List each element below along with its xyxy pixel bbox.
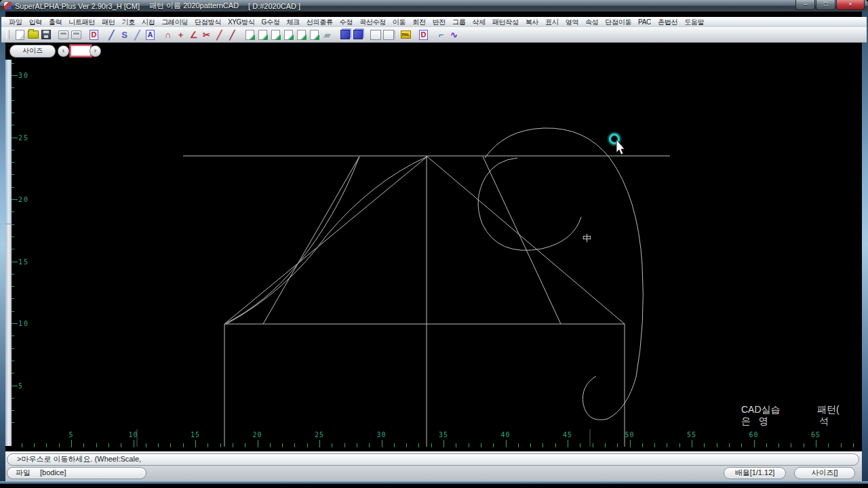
multiline-icon-glyph: ∿ (450, 30, 458, 40)
needle-tool-icon[interactable]: ╱ (226, 29, 239, 41)
point-tool-icon-glyph: + (178, 30, 184, 40)
sheet-pair-icon[interactable] (382, 29, 395, 41)
canvas-stage: 302520151055101520253035404550556065中CAD… (0, 0, 868, 488)
menu-item-28[interactable]: 도움말 (681, 18, 707, 27)
angle-tool-icon-glyph: ∠ (190, 30, 198, 40)
menu-item-15[interactable]: 이동 (389, 18, 409, 27)
size-input[interactable] (70, 45, 92, 57)
menu-item-2[interactable]: 출력 (45, 18, 65, 27)
plot-preview-icon[interactable] (57, 29, 70, 41)
application-window: SuperALPHA:Plus Ver 2.90r3_H [CM] 패턴 이름 … (0, 0, 868, 488)
scale-indicator[interactable]: 배율[1/1.12] (724, 467, 786, 479)
copy-page-icon[interactable] (338, 29, 351, 41)
canvas-text-label: 中 (583, 233, 591, 243)
open-folder-icon-glyph (28, 30, 39, 39)
awl-tool-icon[interactable]: ╱ (213, 29, 226, 41)
size-prev-button[interactable]: ‹ (58, 45, 69, 57)
file-indicator[interactable]: 파일[bodice] (7, 467, 146, 479)
canvas-text-label: CAD실습 (741, 405, 781, 415)
text-tool-icon[interactable]: A (144, 29, 157, 41)
vertical-scrollbar[interactable] (5, 60, 12, 446)
pattern-line (224, 157, 427, 324)
arc-tool-icon[interactable]: ∩ (161, 29, 174, 41)
menu-bar: 파일입력출력니트패턴패턴기호시접그레이딩단점방식XYG방식G수정체크선의종류수정… (1, 17, 867, 27)
menu-item-20[interactable]: 패턴작성 (489, 18, 522, 27)
copy-multi-icon[interactable] (351, 29, 364, 41)
maximize-button[interactable]: □ (816, 0, 835, 10)
plotter-icon[interactable] (70, 29, 83, 41)
file-label: 파일 (16, 468, 31, 476)
save-icon[interactable] (39, 29, 52, 41)
menu-item-12[interactable]: 선의종류 (303, 18, 336, 27)
tab-size[interactable]: 사이즈 (9, 45, 56, 58)
menu-item-7[interactable]: 그레이딩 (158, 18, 191, 27)
polyline-icon[interactable]: ⌐ (435, 29, 448, 41)
menu-item-10[interactable]: G수정 (258, 18, 283, 27)
menu-item-4[interactable]: 패턴 (98, 18, 118, 27)
menu-item-13[interactable]: 수정 (336, 18, 356, 27)
menu-item-8[interactable]: 단점방식 (191, 18, 224, 27)
blank-sheet-icon-glyph (370, 30, 381, 40)
pal-icon[interactable]: PAL (399, 29, 412, 41)
eraser-icon[interactable]: ▰ (321, 29, 334, 41)
pattern-fold-icon[interactable] (269, 29, 282, 41)
open-folder-icon[interactable] (26, 29, 39, 41)
angle-tool-icon[interactable]: ∠ (187, 29, 200, 41)
menu-item-17[interactable]: 반전 (429, 18, 449, 27)
window-controls: – □ × (795, 0, 865, 10)
menu-item-24[interactable]: 속성 (582, 18, 601, 27)
window-border-right (862, 5, 868, 484)
pattern-flip-icon[interactable] (308, 29, 321, 41)
pattern-move-icon[interactable] (295, 29, 308, 41)
menu-item-16[interactable]: 회전 (409, 18, 429, 27)
toolbar-grip[interactable] (6, 30, 9, 39)
scissors-tool-icon-glyph: ✂ (203, 30, 210, 40)
menu-item-6[interactable]: 시접 (138, 18, 158, 27)
point-tool-icon[interactable]: + (174, 29, 187, 41)
curve-tool-icon-glyph: S (121, 30, 127, 40)
canvas-text-label: 패턴( (817, 405, 840, 415)
menu-item-14[interactable]: 곡선수정 (356, 18, 389, 27)
multiline-icon[interactable]: ∿ (448, 29, 460, 41)
menu-item-22[interactable]: 표시 (542, 18, 561, 27)
close-button[interactable]: × (836, 0, 865, 10)
scrollbar-thumb[interactable] (5, 60, 12, 224)
scissors-tool-icon[interactable]: ✂ (200, 29, 213, 41)
text-tool-icon-glyph: A (146, 30, 155, 40)
menu-item-25[interactable]: 단점이동 (601, 18, 635, 27)
window-border-bottom (0, 481, 868, 484)
pattern-rotate-icon[interactable] (282, 29, 295, 41)
pattern-cut-icon[interactable] (243, 29, 256, 41)
diagonal-tool-icon[interactable]: ╱ (131, 29, 144, 41)
menu-item-1[interactable]: 입력 (25, 18, 45, 27)
menu-item-5[interactable]: 기호 (118, 18, 138, 27)
size-tab-row: 사이즈 ‹ › (5, 42, 862, 60)
menu-item-18[interactable]: 그룹 (449, 18, 469, 27)
curve-tool-icon[interactable]: S (118, 29, 131, 41)
new-file-icon[interactable] (14, 29, 26, 41)
size-next-button[interactable]: › (90, 45, 101, 57)
menu-item-23[interactable]: 영역 (561, 18, 581, 27)
canvas-text-label: 석 (819, 416, 829, 426)
plotter-icon-glyph (71, 30, 81, 39)
awl-tool-icon-glyph: ╱ (217, 30, 222, 40)
pattern-doc-icon[interactable]: D (87, 29, 100, 41)
doc-export-icon[interactable]: D (417, 29, 430, 41)
blank-sheet-icon[interactable] (369, 29, 382, 41)
menu-item-26[interactable]: PAC (635, 18, 654, 26)
minimize-button[interactable]: – (795, 0, 815, 10)
menu-item-19[interactable]: 삭제 (469, 18, 488, 27)
menu-item-27[interactable]: 촌법선 (654, 18, 681, 27)
size-indicator[interactable]: 사이즈[] (794, 467, 855, 479)
menu-item-3[interactable]: 니트패턴 (65, 18, 98, 27)
menu-item-21[interactable]: 복사 (522, 18, 542, 27)
line-tool-icon[interactable]: ╱ (105, 29, 118, 41)
menu-item-9[interactable]: XYG방식 (224, 18, 258, 27)
menu-item-0[interactable]: 파일 (5, 18, 25, 27)
menu-item-11[interactable]: 체크 (283, 18, 302, 27)
pattern-join-icon[interactable] (256, 29, 269, 41)
file-value: [bodice] (40, 468, 66, 476)
pattern-line (427, 157, 625, 324)
sheet-pair-icon-glyph (383, 30, 394, 40)
diagonal-tool-icon-glyph: ╱ (135, 30, 140, 40)
